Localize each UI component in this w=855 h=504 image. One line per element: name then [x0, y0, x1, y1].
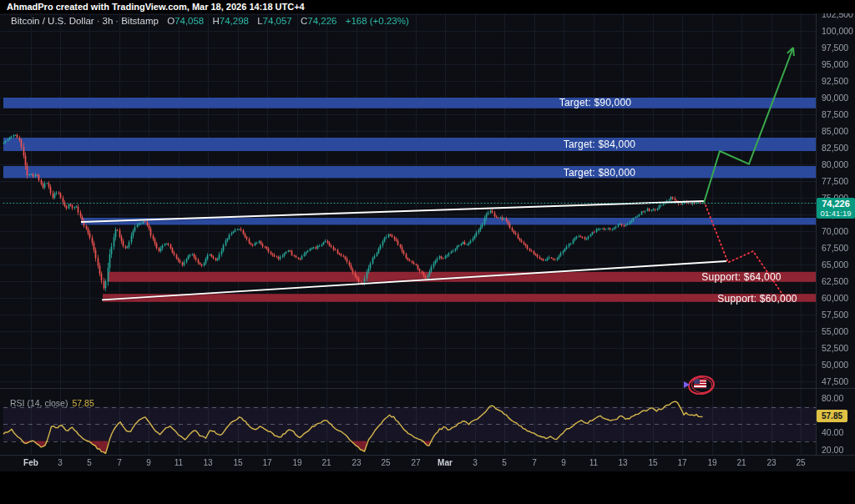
- time-tick-label: 23: [766, 458, 776, 467]
- price-tick-label: 77,500: [822, 176, 848, 186]
- time-tick-label: 23: [352, 458, 361, 467]
- price-tick-label: 95,000: [822, 59, 848, 69]
- time-tick-label: 21: [736, 458, 746, 467]
- rsi-tick-label: 40.00: [822, 427, 843, 437]
- price-tick-label: 47,500: [822, 376, 848, 386]
- time-tick-label: 15: [648, 458, 657, 467]
- time-tick-label: 7: [117, 458, 122, 467]
- ohlc-high-key: H: [212, 16, 219, 26]
- time-tick-label: 17: [262, 458, 271, 467]
- legend-separator: ·: [97, 16, 100, 26]
- time-tick-label: Mar: [438, 458, 453, 467]
- rsi-value-badge: 57.85: [817, 410, 847, 422]
- price-tick-label: 62,500: [822, 276, 848, 286]
- time-tick-label: 11: [175, 458, 183, 467]
- time-tick-label: 19: [292, 458, 301, 467]
- time-tick-label: Feb: [23, 458, 38, 467]
- chart-canvas[interactable]: [0, 0, 855, 504]
- attribution-bar: AhmadPro created with TradingView.com, M…: [0, 0, 855, 13]
- price-tick-label: 87,500: [822, 109, 848, 119]
- ohlc-high-value: 74,298: [220, 16, 249, 26]
- support-60000-label: Support: $60,000: [717, 293, 797, 305]
- price-tick-label: 92,500: [822, 76, 848, 86]
- price-tick-label: 57,500: [822, 310, 848, 320]
- time-tick-label: 3: [473, 458, 478, 467]
- time-tick-label: 25: [381, 458, 390, 467]
- ohlc-open-key: O: [167, 16, 175, 26]
- legend-separator: ·: [115, 16, 119, 26]
- target-90000-label: Target: $90,000: [559, 97, 631, 108]
- time-tick-label: 5: [87, 458, 92, 467]
- support-64000-label: Support: $64,000: [701, 271, 781, 283]
- time-tick-label: 25: [796, 458, 805, 467]
- time-tick-label: 21: [321, 458, 331, 467]
- price-tick-label: 55,000: [822, 326, 848, 336]
- price-tick-label: 80,000: [822, 159, 848, 169]
- attribution-text: AhmadPro created with TradingView.com, M…: [7, 2, 305, 12]
- rsi-indicator-legend[interactable]: RSI (14, close)57.85: [10, 398, 94, 408]
- ohlc-low-value: 74,057: [263, 16, 292, 26]
- symbol-legend[interactable]: Bitcoin / U.S. Dollar·3h·Bitstamp O74,05…: [11, 16, 409, 26]
- flag-sticker[interactable]: [685, 374, 715, 396]
- time-tick-label: 9: [561, 458, 566, 467]
- target-80000-label: Target: $80,000: [564, 167, 635, 179]
- price-tick-label: 50,000: [822, 360, 848, 370]
- price-tick-label: 65,000: [822, 260, 848, 270]
- price-tick-label: 52,500: [822, 343, 848, 353]
- ohlc-open-value: 74,058: [175, 16, 204, 26]
- time-tick-label: 17: [677, 458, 686, 467]
- price-tick-label: 97,500: [822, 43, 848, 53]
- time-tick-label: 13: [618, 458, 627, 467]
- time-tick-label: 7: [532, 458, 537, 467]
- bar-countdown: 01:41:19: [817, 209, 855, 218]
- price-tick-label: 90,000: [822, 93, 848, 103]
- time-tick-label: 3: [58, 458, 63, 467]
- rsi-tick-label: 20.00: [822, 445, 843, 455]
- change-label: +168 (+0.23%): [346, 16, 409, 26]
- rsi-current-value: 57.85: [72, 398, 94, 408]
- price-tick-label: 70,000: [822, 226, 848, 236]
- last-price-value: 74,226: [817, 199, 855, 209]
- interval-label[interactable]: 3h: [103, 16, 114, 26]
- price-tick-label: 67,500: [822, 243, 848, 253]
- time-tick-label: 9: [146, 458, 151, 467]
- time-tick-label: 11: [589, 458, 598, 467]
- time-tick-label: 13: [203, 458, 212, 467]
- last-price-badge: 74,226 01:41:19: [817, 198, 855, 219]
- rsi-title[interactable]: RSI (14, close): [10, 398, 68, 408]
- time-tick-label: 15: [233, 458, 242, 467]
- symbol-title[interactable]: Bitcoin / U.S. Dollar: [11, 16, 94, 26]
- ohlc-close-value: 74,226: [307, 16, 336, 26]
- price-tick-label: 85,000: [822, 126, 848, 136]
- time-tick-label: 27: [411, 458, 420, 467]
- price-tick-label: 100,000: [822, 26, 853, 36]
- cursor-arrow-icon: [684, 381, 690, 388]
- time-tick-label: 19: [707, 458, 716, 467]
- target-84000-label: Target: $84,000: [564, 139, 635, 150]
- price-tick-label: 60,000: [822, 293, 848, 303]
- price-tick-label: 82,500: [822, 143, 848, 153]
- time-tick-label: 5: [502, 458, 507, 467]
- exchange-label[interactable]: Bitstamp: [121, 16, 159, 26]
- rsi-tick-label: 80.00: [822, 393, 843, 403]
